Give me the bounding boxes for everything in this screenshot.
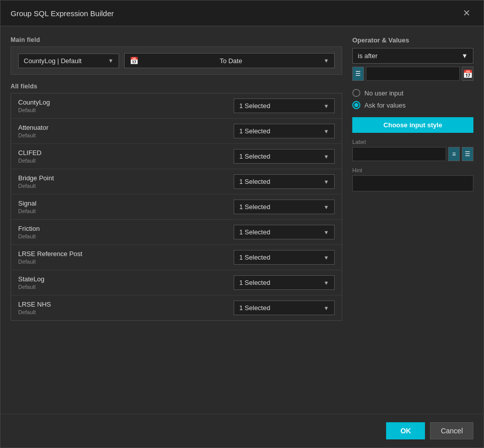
field-name: StateLog xyxy=(18,275,229,283)
field-selected-value: 1 Selected xyxy=(239,178,270,185)
value-input-row: ☰ 📅 xyxy=(352,67,473,81)
field-type: Default xyxy=(18,284,229,290)
dialog-footer: OK Cancel xyxy=(1,414,483,447)
field-selected-value: 1 Selected xyxy=(239,254,270,261)
table-row: StateLog Default 1 Selected ▼ xyxy=(11,270,342,295)
label-field-label: Label xyxy=(352,139,473,145)
table-row: Bridge Point Default 1 Selected ▼ xyxy=(11,169,342,194)
chevron-down-icon: ▼ xyxy=(324,204,329,210)
chevron-down-icon: ▼ xyxy=(324,179,329,185)
field-select-dropdown[interactable]: 1 Selected ▼ xyxy=(234,124,335,138)
operator-dropdown[interactable]: is after ▼ xyxy=(352,48,473,64)
field-type: Default xyxy=(18,208,229,214)
main-field-section: Main field CountyLog | Default ▼ 📅 To Da… xyxy=(11,36,342,75)
field-name: LRSE NHS xyxy=(18,301,229,308)
chevron-down-icon: ▼ xyxy=(324,229,329,235)
field-select-dropdown[interactable]: 1 Selected ▼ xyxy=(234,98,335,113)
value-icon-button[interactable]: ☰ xyxy=(352,67,364,81)
field-name: CountyLog xyxy=(18,98,229,106)
field-type: Default xyxy=(18,158,229,164)
dialog-header: Group SQL Expression Builder ✕ xyxy=(1,1,483,26)
ask-for-values-radio[interactable]: Ask for values xyxy=(352,101,473,109)
all-fields-label: All fields xyxy=(11,83,342,90)
field-selected-value: 1 Selected xyxy=(239,279,270,286)
label-section: Label ≡ ☰ xyxy=(352,139,473,161)
field-info: CLIFED Default xyxy=(18,149,229,164)
field-select-dropdown[interactable]: 1 Selected ▼ xyxy=(234,200,335,214)
radio-group: No user input Ask for values xyxy=(352,89,473,109)
main-field-source-value: CountyLog | Default xyxy=(24,57,82,65)
chevron-down-icon: ▼ xyxy=(324,128,329,134)
table-row: CountyLog Default 1 Selected ▼ xyxy=(11,93,342,119)
field-info: Signal Default xyxy=(18,200,229,214)
format-button-list[interactable]: ☰ xyxy=(462,147,473,161)
calendar-icon: 📅 xyxy=(463,69,473,79)
chevron-down-icon: ▼ xyxy=(324,255,329,261)
field-select-dropdown[interactable]: 1 Selected ▼ xyxy=(234,301,335,315)
table-row: Signal Default 1 Selected ▼ xyxy=(11,194,342,220)
right-panel: Operator & Values is after ▼ ☰ 📅 xyxy=(352,36,473,409)
field-select-dropdown[interactable]: 1 Selected ▼ xyxy=(234,250,335,265)
field-type: Default xyxy=(18,107,229,113)
dialog-body: Main field CountyLog | Default ▼ 📅 To Da… xyxy=(1,26,483,409)
field-select-dropdown[interactable]: 1 Selected ▼ xyxy=(234,174,335,189)
table-row: LRSE Reference Post Default 1 Selected ▼ xyxy=(11,245,342,270)
table-row: LRSE NHS Default 1 Selected ▼ xyxy=(11,295,342,320)
hint-input[interactable] xyxy=(352,175,473,191)
chevron-down-icon: ▼ xyxy=(324,154,329,160)
field-type: Default xyxy=(18,233,229,239)
field-info: Bridge Point Default xyxy=(18,174,229,189)
cancel-button[interactable]: Cancel xyxy=(430,422,473,439)
list-icon: ☰ xyxy=(355,70,361,77)
field-info: Friction Default xyxy=(18,225,229,239)
table-row: Attenuator Default 1 Selected ▼ xyxy=(11,119,342,144)
ok-button[interactable]: OK xyxy=(386,422,425,439)
table-row: Friction Default 1 Selected ▼ xyxy=(11,220,342,245)
value-input[interactable] xyxy=(366,67,460,81)
format-button-left[interactable]: ≡ xyxy=(448,147,460,161)
close-button[interactable]: ✕ xyxy=(460,8,473,19)
operator-value: is after xyxy=(358,52,378,60)
no-user-input-radio[interactable]: No user input xyxy=(352,89,473,97)
field-selected-value: 1 Selected xyxy=(239,228,270,236)
table-row: CLIFED Default 1 Selected ▼ xyxy=(11,144,342,169)
field-select-dropdown[interactable]: 1 Selected ▼ xyxy=(234,149,335,164)
main-field-row: CountyLog | Default ▼ 📅 To Date ▼ xyxy=(11,46,342,75)
hint-field-label: Hint xyxy=(352,167,473,173)
dialog: Group SQL Expression Builder ✕ Main fiel… xyxy=(0,0,484,448)
main-field-label: Main field xyxy=(11,36,342,43)
ask-for-values-label: Ask for values xyxy=(364,102,406,109)
label-input[interactable] xyxy=(352,147,446,161)
main-field-type-dropdown[interactable]: 📅 To Date ▼ xyxy=(124,53,335,68)
field-select-dropdown[interactable]: 1 Selected ▼ xyxy=(234,225,335,239)
field-name: Attenuator xyxy=(18,124,229,131)
field-type: Default xyxy=(18,183,229,189)
field-selected-value: 1 Selected xyxy=(239,304,270,312)
main-field-source-dropdown[interactable]: CountyLog | Default ▼ xyxy=(18,54,119,68)
chevron-down-icon: ▼ xyxy=(324,103,329,109)
chevron-down-icon: ▼ xyxy=(324,280,329,286)
main-field-type-value: To Date xyxy=(220,57,242,65)
field-name: CLIFED xyxy=(18,149,229,157)
field-type: Default xyxy=(18,309,229,315)
field-type: Default xyxy=(18,132,229,138)
field-type: Default xyxy=(18,259,229,265)
field-info: LRSE NHS Default xyxy=(18,301,229,315)
calendar-icon: 📅 xyxy=(130,57,138,65)
field-selected-value: 1 Selected xyxy=(239,127,270,135)
calendar-button[interactable]: 📅 xyxy=(462,67,473,81)
chevron-down-icon: ▼ xyxy=(324,58,329,64)
no-user-input-label: No user input xyxy=(364,89,403,97)
chevron-down-icon: ▼ xyxy=(324,305,329,311)
field-selected-value: 1 Selected xyxy=(239,102,270,110)
field-select-dropdown[interactable]: 1 Selected ▼ xyxy=(234,275,335,290)
field-name: Bridge Point xyxy=(18,174,229,182)
label-input-row: ≡ ☰ xyxy=(352,147,473,161)
chevron-down-icon: ▼ xyxy=(461,52,468,60)
field-name: Signal xyxy=(18,200,229,207)
operator-values-title: Operator & Values xyxy=(352,36,473,44)
choose-input-style-button[interactable]: Choose input style xyxy=(352,117,473,133)
fields-list: CountyLog Default 1 Selected ▼ Attenuato… xyxy=(11,93,342,321)
align-left-icon: ≡ xyxy=(452,151,456,158)
chevron-down-icon: ▼ xyxy=(108,58,114,64)
